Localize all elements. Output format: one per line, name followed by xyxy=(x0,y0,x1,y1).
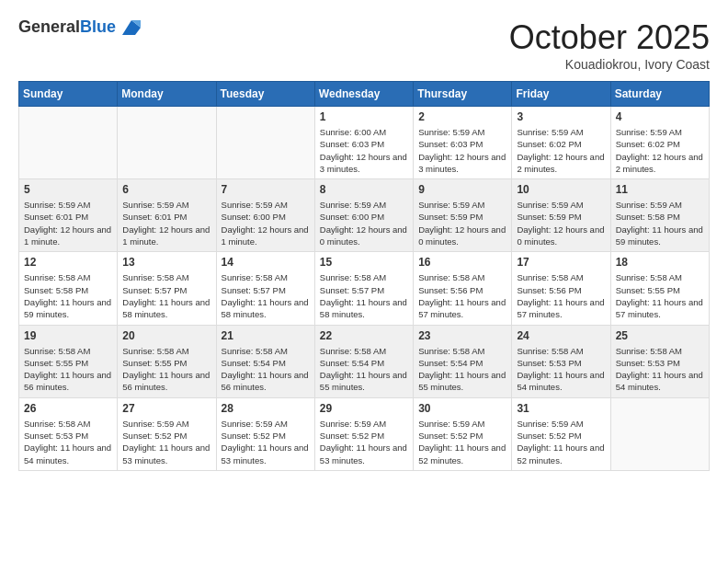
calendar-cell: 12Sunrise: 5:58 AMSunset: 5:58 PMDayligh… xyxy=(19,252,118,325)
title-block: October 2025 Kouadiokrou, Ivory Coast xyxy=(509,18,710,72)
calendar-cell: 30Sunrise: 5:59 AMSunset: 5:52 PMDayligh… xyxy=(414,397,512,470)
day-number: 1 xyxy=(320,110,408,123)
calendar-cell: 13Sunrise: 5:58 AMSunset: 5:57 PMDayligh… xyxy=(118,252,216,325)
location: Kouadiokrou, Ivory Coast xyxy=(509,57,710,72)
calendar-week-row: 1Sunrise: 6:00 AMSunset: 6:03 PMDaylight… xyxy=(19,107,710,179)
day-number: 4 xyxy=(616,110,704,123)
weekday-header: Wednesday xyxy=(314,82,413,107)
day-number: 18 xyxy=(616,256,704,269)
day-number: 3 xyxy=(517,110,605,123)
calendar-cell: 8Sunrise: 5:59 AMSunset: 6:00 PMDaylight… xyxy=(314,179,413,252)
day-number: 19 xyxy=(24,329,112,342)
logo-icon xyxy=(122,20,141,35)
logo-blue: Blue xyxy=(80,17,116,36)
day-number: 13 xyxy=(122,256,210,269)
cell-text: Sunrise: 5:58 AMSunset: 5:55 PMDaylight:… xyxy=(122,345,210,394)
calendar-cell: 21Sunrise: 5:58 AMSunset: 5:54 PMDayligh… xyxy=(216,325,314,397)
calendar-cell: 14Sunrise: 5:58 AMSunset: 5:57 PMDayligh… xyxy=(216,252,314,325)
day-number: 31 xyxy=(517,402,605,415)
day-number: 2 xyxy=(418,110,506,123)
cell-text: Sunrise: 5:58 AMSunset: 5:54 PMDaylight:… xyxy=(320,345,408,394)
cell-text: Sunrise: 5:59 AMSunset: 6:02 PMDaylight:… xyxy=(517,126,605,175)
calendar-cell: 26Sunrise: 5:58 AMSunset: 5:53 PMDayligh… xyxy=(19,397,118,470)
day-number: 5 xyxy=(24,183,112,196)
day-number: 6 xyxy=(122,183,210,196)
calendar-cell: 25Sunrise: 5:58 AMSunset: 5:53 PMDayligh… xyxy=(610,325,709,397)
cell-text: Sunrise: 5:58 AMSunset: 5:57 PMDaylight:… xyxy=(222,271,310,320)
calendar-cell xyxy=(216,107,314,179)
cell-text: Sunrise: 5:59 AMSunset: 5:52 PMDaylight:… xyxy=(418,418,506,466)
cell-text: Sunrise: 5:58 AMSunset: 5:56 PMDaylight:… xyxy=(517,271,605,320)
day-number: 9 xyxy=(418,183,506,196)
day-number: 26 xyxy=(24,402,112,415)
calendar-cell: 3Sunrise: 5:59 AMSunset: 6:02 PMDaylight… xyxy=(512,107,610,179)
cell-text: Sunrise: 5:58 AMSunset: 5:53 PMDaylight:… xyxy=(616,345,704,394)
calendar-cell: 28Sunrise: 5:59 AMSunset: 5:52 PMDayligh… xyxy=(216,397,314,470)
calendar-cell: 11Sunrise: 5:59 AMSunset: 5:58 PMDayligh… xyxy=(610,179,709,252)
day-number: 30 xyxy=(418,402,506,415)
calendar-cell: 4Sunrise: 5:59 AMSunset: 6:02 PMDaylight… xyxy=(610,107,709,179)
calendar-cell: 7Sunrise: 5:59 AMSunset: 6:00 PMDaylight… xyxy=(216,179,314,252)
weekday-header: Friday xyxy=(512,82,610,107)
day-number: 7 xyxy=(222,183,310,196)
cell-text: Sunrise: 5:59 AMSunset: 5:52 PMDaylight:… xyxy=(517,418,605,466)
calendar-cell: 9Sunrise: 5:59 AMSunset: 5:59 PMDaylight… xyxy=(414,179,512,252)
day-number: 23 xyxy=(418,329,506,342)
cell-text: Sunrise: 5:59 AMSunset: 6:01 PMDaylight:… xyxy=(24,199,112,247)
cell-text: Sunrise: 5:58 AMSunset: 5:55 PMDaylight:… xyxy=(24,345,112,394)
day-number: 25 xyxy=(616,329,704,342)
cell-text: Sunrise: 5:59 AMSunset: 5:59 PMDaylight:… xyxy=(517,199,605,247)
cell-text: Sunrise: 5:59 AMSunset: 6:01 PMDaylight:… xyxy=(122,199,210,247)
calendar-cell: 20Sunrise: 5:58 AMSunset: 5:55 PMDayligh… xyxy=(118,325,216,397)
day-number: 27 xyxy=(122,402,210,415)
cell-text: Sunrise: 5:58 AMSunset: 5:57 PMDaylight:… xyxy=(320,271,408,320)
day-number: 12 xyxy=(24,256,112,269)
page-header: GeneralBlue October 2025 Kouadiokrou, Iv… xyxy=(18,18,710,72)
cell-text: Sunrise: 5:59 AMSunset: 5:59 PMDaylight:… xyxy=(418,199,506,247)
day-number: 20 xyxy=(122,329,210,342)
calendar-table: SundayMondayTuesdayWednesdayThursdayFrid… xyxy=(18,81,710,471)
cell-text: Sunrise: 5:58 AMSunset: 5:56 PMDaylight:… xyxy=(418,271,506,320)
cell-text: Sunrise: 5:58 AMSunset: 5:54 PMDaylight:… xyxy=(222,345,310,394)
cell-text: Sunrise: 5:59 AMSunset: 5:58 PMDaylight:… xyxy=(616,199,704,247)
cell-text: Sunrise: 5:59 AMSunset: 6:00 PMDaylight:… xyxy=(222,199,310,247)
cell-text: Sunrise: 5:59 AMSunset: 6:03 PMDaylight:… xyxy=(418,126,506,175)
day-number: 22 xyxy=(320,329,408,342)
cell-text: Sunrise: 5:58 AMSunset: 5:53 PMDaylight:… xyxy=(517,345,605,394)
calendar-cell xyxy=(19,107,118,179)
weekday-header: Thursday xyxy=(414,82,512,107)
day-number: 29 xyxy=(320,402,408,415)
weekday-header: Monday xyxy=(118,82,216,107)
cell-text: Sunrise: 5:59 AMSunset: 6:00 PMDaylight:… xyxy=(320,199,408,247)
calendar-cell: 29Sunrise: 5:59 AMSunset: 5:52 PMDayligh… xyxy=(314,397,413,470)
logo-general: General xyxy=(18,17,80,36)
calendar-cell: 24Sunrise: 5:58 AMSunset: 5:53 PMDayligh… xyxy=(512,325,610,397)
day-number: 17 xyxy=(517,256,605,269)
month-title: October 2025 xyxy=(509,18,710,57)
logo: GeneralBlue xyxy=(18,18,141,37)
calendar-cell: 27Sunrise: 5:59 AMSunset: 5:52 PMDayligh… xyxy=(118,397,216,470)
calendar-cell: 6Sunrise: 5:59 AMSunset: 6:01 PMDaylight… xyxy=(118,179,216,252)
day-number: 16 xyxy=(418,256,506,269)
cell-text: Sunrise: 5:59 AMSunset: 5:52 PMDaylight:… xyxy=(122,418,210,466)
day-number: 15 xyxy=(320,256,408,269)
calendar-week-row: 5Sunrise: 5:59 AMSunset: 6:01 PMDaylight… xyxy=(19,179,710,252)
calendar-week-row: 19Sunrise: 5:58 AMSunset: 5:55 PMDayligh… xyxy=(19,325,710,397)
cell-text: Sunrise: 5:58 AMSunset: 5:57 PMDaylight:… xyxy=(122,271,210,320)
calendar-cell xyxy=(118,107,216,179)
calendar-cell: 23Sunrise: 5:58 AMSunset: 5:54 PMDayligh… xyxy=(414,325,512,397)
weekday-header: Tuesday xyxy=(216,82,314,107)
cell-text: Sunrise: 5:58 AMSunset: 5:54 PMDaylight:… xyxy=(418,345,506,394)
day-number: 8 xyxy=(320,183,408,196)
calendar-cell: 2Sunrise: 5:59 AMSunset: 6:03 PMDaylight… xyxy=(414,107,512,179)
calendar-cell: 17Sunrise: 5:58 AMSunset: 5:56 PMDayligh… xyxy=(512,252,610,325)
weekday-header: Saturday xyxy=(610,82,709,107)
cell-text: Sunrise: 5:59 AMSunset: 5:52 PMDaylight:… xyxy=(320,418,408,466)
calendar-cell: 10Sunrise: 5:59 AMSunset: 5:59 PMDayligh… xyxy=(512,179,610,252)
calendar-cell xyxy=(610,397,709,470)
cell-text: Sunrise: 5:58 AMSunset: 5:55 PMDaylight:… xyxy=(616,271,704,320)
day-number: 11 xyxy=(616,183,704,196)
day-number: 21 xyxy=(222,329,310,342)
day-number: 24 xyxy=(517,329,605,342)
day-number: 10 xyxy=(517,183,605,196)
